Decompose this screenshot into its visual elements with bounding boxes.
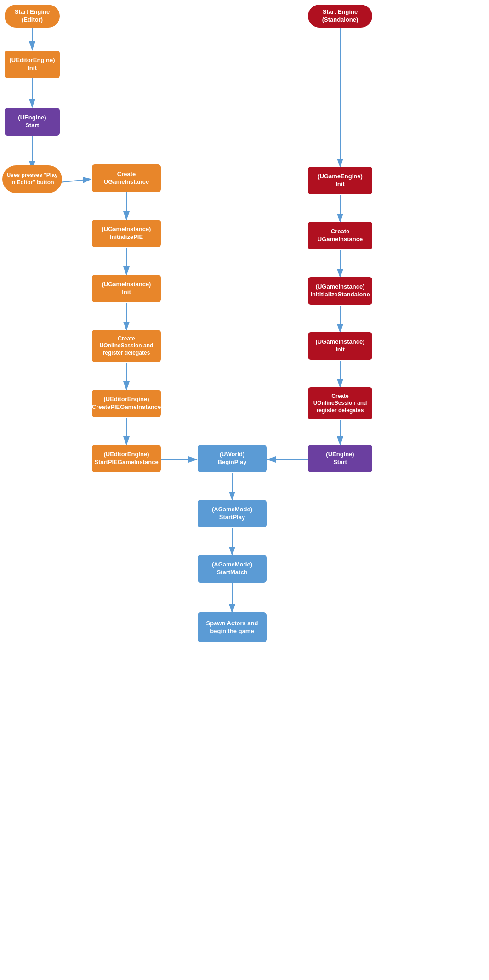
ueditorengine-createpie-node: (UEditorEngine)CreatePIEGameInstance bbox=[92, 390, 161, 417]
ugameinstance-init-right-node: (UGameInstance)Init bbox=[308, 332, 372, 360]
ueditorengine-startpie-node: (UEditorEngine)StartPIEGameInstance bbox=[92, 445, 161, 472]
ugameinstance-init-label: (UGameInstance)Init bbox=[102, 281, 151, 296]
ugameinstance-init-right-label: (UGameInstance)Init bbox=[316, 338, 365, 354]
uengine-start-right-label: (UEngine)Start bbox=[326, 451, 354, 466]
agamemode-startmatch-label: (AGameMode)StartMatch bbox=[212, 561, 252, 577]
ugameengine-init-node: (UGameEngine)Init bbox=[308, 167, 372, 194]
start-engine-editor-node: Start Engine(Editor) bbox=[5, 5, 60, 28]
connector-lines bbox=[0, 0, 489, 980]
agamemode-startplay-label: (AGameMode)StartPlay bbox=[212, 506, 252, 521]
user-presses-pie-label: Uses presses "PlayIn Editor" button bbox=[6, 172, 57, 186]
create-uonlinesession-right-label: CreateUOnlineSession andregister delegat… bbox=[313, 393, 367, 414]
diagram-container: Start Engine(Editor) (UEditorEngine)Init… bbox=[0, 0, 489, 980]
create-ugameinstance-node: CreateUGameInstance bbox=[92, 164, 161, 192]
uworld-beginplay-node: (UWorld)BeginPlay bbox=[198, 445, 267, 472]
spawn-actors-label: Spawn Actors andbegin the game bbox=[206, 620, 258, 635]
agamemode-startmatch-node: (AGameMode)StartMatch bbox=[198, 555, 267, 583]
uengine-start-right-node: (UEngine)Start bbox=[308, 445, 372, 472]
ueditor-engine-init-node: (UEditorEngine)Init bbox=[5, 51, 60, 78]
create-uonlinesession-label: CreateUOnlineSession andregister delegat… bbox=[100, 335, 154, 357]
agamemode-startplay-node: (AGameMode)StartPlay bbox=[198, 500, 267, 527]
ugameinstance-initstandalone-node: (UGameInstance)InititializeStandalone bbox=[308, 277, 372, 305]
ueditorengine-createpie-label: (UEditorEngine)CreatePIEGameInstance bbox=[92, 396, 161, 411]
uworld-beginplay-label: (UWorld)BeginPlay bbox=[218, 451, 247, 466]
user-presses-pie-node: Uses presses "PlayIn Editor" button bbox=[2, 165, 62, 193]
ueditorengine-startpie-label: (UEditorEngine)StartPIEGameInstance bbox=[94, 451, 158, 466]
start-engine-standalone-node: Start Engine(Standalone) bbox=[308, 5, 372, 28]
uengine-start-node: (UEngine)Start bbox=[5, 108, 60, 136]
start-engine-editor-label: Start Engine(Editor) bbox=[15, 8, 50, 24]
ugameinstance-initpie-node: (UGameInstance)InitializePIE bbox=[92, 220, 161, 247]
spawn-actors-node: Spawn Actors andbegin the game bbox=[198, 612, 267, 642]
ugameinstance-initpie-label: (UGameInstance)InitializePIE bbox=[102, 226, 151, 241]
create-uonlinesession-node: CreateUOnlineSession andregister delegat… bbox=[92, 330, 161, 362]
ugameengine-init-label: (UGameEngine)Init bbox=[318, 173, 363, 188]
create-uonlinesession-right-node: CreateUOnlineSession andregister delegat… bbox=[308, 387, 372, 419]
create-ugameinstance-right-label: CreateUGameInstance bbox=[318, 228, 363, 244]
start-engine-standalone-label: Start Engine(Standalone) bbox=[322, 8, 358, 24]
ugameinstance-init-node: (UGameInstance)Init bbox=[92, 275, 161, 302]
ugameinstance-initstandalone-label: (UGameInstance)InititializeStandalone bbox=[310, 283, 370, 299]
create-ugameinstance-right-node: CreateUGameInstance bbox=[308, 222, 372, 249]
ueditor-engine-init-label: (UEditorEngine)Init bbox=[10, 57, 55, 72]
svg-line-4 bbox=[60, 179, 91, 182]
uengine-start-label: (UEngine)Start bbox=[18, 114, 46, 130]
create-ugameinstance-label: CreateUGameInstance bbox=[104, 170, 149, 186]
